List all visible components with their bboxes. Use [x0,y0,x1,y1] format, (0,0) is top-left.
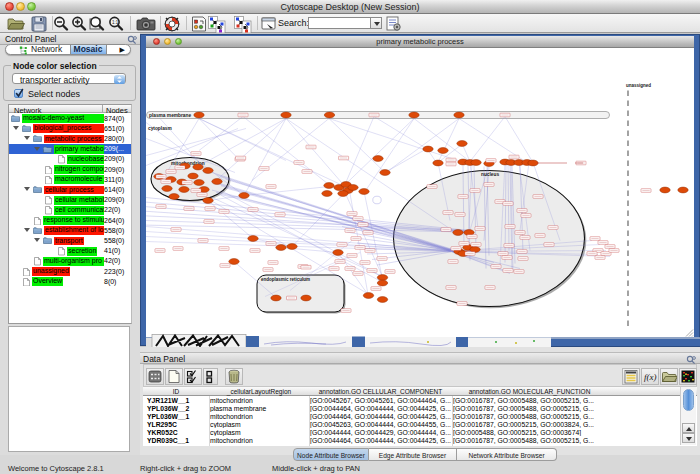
svg-text:1:1: 1:1 [112,20,119,25]
svg-text:endoplasmic reticulum: endoplasmic reticulum [261,277,310,282]
svg-text:cytoplasm: cytoplasm [148,126,172,131]
svg-text:nucleus: nucleus [481,172,499,177]
svg-text:f(x): f(x) [644,372,657,382]
svg-text:plasma membrane: plasma membrane [149,113,191,118]
svg-text:unassigned: unassigned [626,82,651,87]
